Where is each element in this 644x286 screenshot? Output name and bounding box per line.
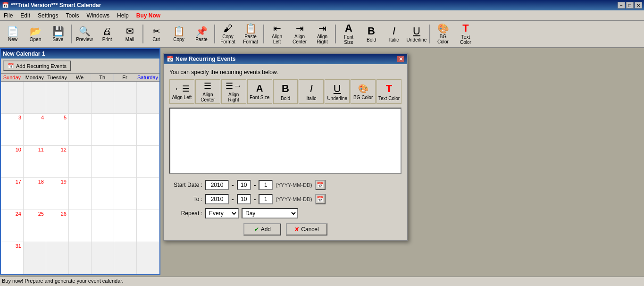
menu-help[interactable]: Help xyxy=(115,12,131,19)
cal-cell[interactable] xyxy=(24,82,46,114)
start-year-input[interactable]: 2010 xyxy=(205,180,229,190)
cal-cell-12[interactable]: 12 xyxy=(46,146,69,178)
end-month-input[interactable]: 10 xyxy=(237,194,251,204)
cal-cell-14[interactable] xyxy=(92,146,114,178)
event-text-area[interactable] xyxy=(169,108,401,174)
cal-cell-29[interactable] xyxy=(114,210,137,242)
cal-cell-16[interactable] xyxy=(137,146,159,178)
cal-cell-24[interactable]: 24 xyxy=(1,210,24,242)
underline-button[interactable]: U Underline xyxy=(406,22,427,46)
cal-cell-8[interactable] xyxy=(114,114,137,146)
save-button[interactable]: 💾 Save xyxy=(47,22,69,46)
add-recurring-button[interactable]: 📅 Add Recurring Events xyxy=(3,60,71,71)
cal-cell-4[interactable]: 4 xyxy=(24,114,46,146)
dlg-align-left-button[interactable]: ←☰ Align Left xyxy=(169,79,194,104)
repeat-every-select[interactable]: Every Daily Weekly Monthly xyxy=(205,208,239,219)
align-left-button[interactable]: ⇤ Align Left xyxy=(266,22,288,46)
menu-windows[interactable]: Windows xyxy=(84,12,111,19)
cal-cell-extra4[interactable] xyxy=(92,242,114,274)
cal-cell-18[interactable]: 18 xyxy=(24,178,46,210)
dlg-align-right-button[interactable]: ☰→ Align Right xyxy=(221,79,246,104)
minimize-button[interactable]: − xyxy=(618,2,625,8)
menu-edit[interactable]: Edit xyxy=(18,12,32,19)
cal-cell-22[interactable] xyxy=(114,178,137,210)
cal-cell-5[interactable]: 5 xyxy=(46,114,69,146)
cal-cell-10[interactable]: 10 xyxy=(1,146,24,178)
cal-cell[interactable] xyxy=(69,82,92,114)
paste-button[interactable]: 📌 Paste xyxy=(191,22,212,46)
end-year-input[interactable]: 2010 xyxy=(205,194,229,204)
preview-button[interactable]: 🔍 Preview xyxy=(74,22,95,46)
maximize-button[interactable]: □ xyxy=(626,2,634,8)
start-month-input[interactable]: 10 xyxy=(237,180,251,190)
cal-cell-3[interactable]: 3 xyxy=(1,114,24,146)
cal-cell-extra5[interactable] xyxy=(114,242,137,274)
cal-cell-extra6[interactable] xyxy=(137,242,159,274)
cancel-button[interactable]: ✘ Cancel xyxy=(286,223,327,236)
dlg-bold-button[interactable]: B Bold xyxy=(273,79,298,104)
bg-color-icon: 🎨 xyxy=(437,24,449,33)
new-button[interactable]: 📄 New xyxy=(2,22,24,46)
cal-cell-30[interactable] xyxy=(137,210,159,242)
cal-cell-23[interactable] xyxy=(137,178,159,210)
cal-cell-13[interactable] xyxy=(69,146,92,178)
cal-cell-extra2[interactable] xyxy=(46,242,69,274)
cal-cell[interactable] xyxy=(137,82,159,114)
start-date-picker-button[interactable]: 📅 xyxy=(315,180,326,190)
cal-cell-26[interactable]: 26 xyxy=(46,210,69,242)
dlg-text-color-button[interactable]: T Text Color xyxy=(376,79,401,104)
dlg-align-center-button[interactable]: ☰ Align Center xyxy=(195,79,220,104)
cal-cell-7[interactable] xyxy=(92,114,114,146)
cal-cell[interactable] xyxy=(92,82,114,114)
cal-cell-15[interactable] xyxy=(114,146,137,178)
cal-cell-9[interactable] xyxy=(137,114,159,146)
menu-settings[interactable]: Settings xyxy=(36,12,60,19)
end-cal-picker-icon: 📅 xyxy=(317,196,324,202)
cal-cell-11[interactable]: 11 xyxy=(24,146,46,178)
cal-cell-27[interactable] xyxy=(69,210,92,242)
dialog-close-button[interactable]: ✕ xyxy=(397,56,404,62)
cal-cell-20[interactable] xyxy=(69,178,92,210)
dlg-text-color-icon: T xyxy=(386,83,392,95)
cut-button[interactable]: ✂ Cut xyxy=(145,22,167,46)
align-right-button[interactable]: ⇥ Align Right xyxy=(311,22,333,46)
add-button[interactable]: ✔ Add xyxy=(243,223,281,236)
mail-button[interactable]: ✉ Mail xyxy=(119,22,141,46)
cal-cell-28[interactable] xyxy=(92,210,114,242)
cal-cell-19[interactable]: 19 xyxy=(46,178,69,210)
dlg-italic-button[interactable]: I Italic xyxy=(299,79,324,104)
bold-button[interactable]: B Bold xyxy=(360,22,382,46)
copy-button[interactable]: 📋 Copy xyxy=(168,22,190,46)
cal-cell-31[interactable]: 31 xyxy=(1,242,24,274)
align-center-button[interactable]: ⇥ Align Center xyxy=(289,22,310,46)
cal-cell-21[interactable] xyxy=(92,178,114,210)
end-date-picker-button[interactable]: 📅 xyxy=(315,194,326,204)
end-day-input[interactable]: 1 xyxy=(259,194,273,204)
cal-cell-25[interactable]: 25 xyxy=(24,210,46,242)
font-size-button[interactable]: A Font Size xyxy=(338,22,360,46)
dlg-font-size-button[interactable]: A Font Size xyxy=(247,79,272,104)
dialog-toolbar: ←☰ Align Left ☰ Align Center ☰→ Align Ri… xyxy=(169,79,401,104)
cal-cell-extra3[interactable] xyxy=(69,242,92,274)
repeat-period-select[interactable]: Day Week Month Year xyxy=(242,208,298,219)
menu-buy-now[interactable]: Buy Now xyxy=(134,12,162,19)
text-color-button[interactable]: T Text Color xyxy=(455,22,477,46)
dlg-bg-color-button[interactable]: 🎨 BG Color xyxy=(351,79,376,104)
print-button[interactable]: 🖨 Print xyxy=(96,22,118,46)
close-button[interactable]: ✕ xyxy=(635,2,642,8)
start-day-input[interactable]: 1 xyxy=(259,180,273,190)
menu-tools[interactable]: Tools xyxy=(64,12,81,19)
cal-cell[interactable] xyxy=(1,82,24,114)
bg-color-button[interactable]: 🎨 BG Color xyxy=(432,22,454,46)
cal-cell[interactable] xyxy=(114,82,137,114)
paste-format-button[interactable]: 📋 Paste Format xyxy=(240,22,261,46)
cal-cell-17[interactable]: 17 xyxy=(1,178,24,210)
cal-cell[interactable] xyxy=(46,82,69,114)
italic-button[interactable]: I Italic xyxy=(383,22,405,46)
cal-cell-extra1[interactable] xyxy=(24,242,46,274)
copy-format-button[interactable]: 🖌 Copy Format xyxy=(217,22,239,46)
cal-cell-6[interactable] xyxy=(69,114,92,146)
menu-file[interactable]: File xyxy=(2,12,15,19)
open-button[interactable]: 📂 Open xyxy=(25,22,46,46)
dlg-underline-button[interactable]: U Underline xyxy=(325,79,350,104)
